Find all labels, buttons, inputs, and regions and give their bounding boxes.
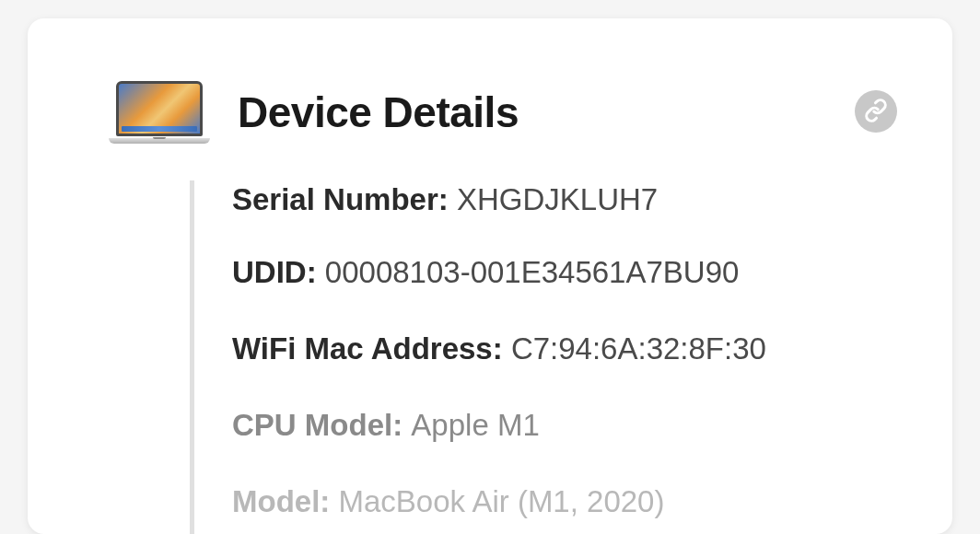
detail-row: WiFi Mac Address: C7:94:6A:32:8F:30: [193, 330, 952, 406]
field-label: Serial Number:: [232, 182, 457, 216]
card-title: Device Details: [238, 87, 519, 137]
field-value: 00008103-001E34561A7BU90: [325, 255, 740, 289]
field-label: WiFi Mac Address:: [232, 331, 511, 366]
detail-row: Model: MacBook Air (M1, 2020): [193, 482, 952, 534]
field-value: Apple M1: [411, 408, 539, 442]
field-value: C7:94:6A:32:8F:30: [511, 331, 766, 366]
card-header: Device Details: [28, 18, 952, 180]
detail-row: Serial Number: XHGDJKLUH7: [193, 180, 952, 253]
field-value: XHGDJKLUH7: [457, 182, 658, 216]
field-label: UDID:: [232, 255, 325, 289]
link-button[interactable]: [855, 90, 897, 133]
device-details-card: Device Details Serial Number: XHGDJKLUH7…: [28, 18, 952, 534]
link-icon: [864, 99, 888, 125]
detail-row: CPU Model: Apple M1: [193, 406, 952, 482]
details-list: Serial Number: XHGDJKLUH7 UDID: 00008103…: [28, 180, 952, 534]
field-label: CPU Model:: [232, 408, 411, 442]
field-value: MacBook Air (M1, 2020): [338, 484, 664, 518]
macbook-icon: [109, 81, 210, 144]
field-label: Model:: [232, 484, 338, 518]
detail-row: UDID: 00008103-001E34561A7BU90: [193, 253, 952, 330]
